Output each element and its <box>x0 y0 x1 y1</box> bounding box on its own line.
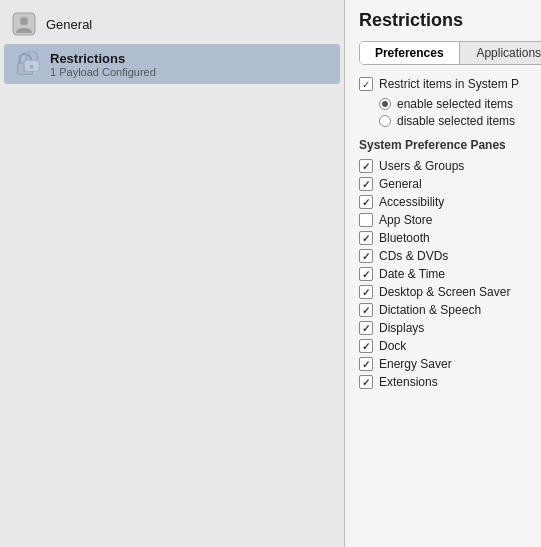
pane-checkbox[interactable] <box>359 357 373 371</box>
pane-label: CDs & DVDs <box>379 249 448 263</box>
pane-checkbox[interactable] <box>359 267 373 281</box>
pane-label: Bluetooth <box>379 231 430 245</box>
radio-group: enable selected items disable selected i… <box>379 97 527 128</box>
pane-checkbox[interactable] <box>359 303 373 317</box>
radio-disable-row: disable selected items <box>379 114 527 128</box>
pane-checkbox[interactable] <box>359 339 373 353</box>
pane-label: App Store <box>379 213 432 227</box>
panel-title: Restrictions <box>359 10 527 31</box>
tab-preferences[interactable]: Preferences <box>360 42 460 64</box>
pane-checkbox[interactable] <box>359 195 373 209</box>
restrictions-item-title: Restrictions <box>50 51 156 66</box>
pane-checkbox[interactable] <box>359 375 373 389</box>
general-icon <box>10 10 38 38</box>
pane-checkbox[interactable] <box>359 285 373 299</box>
sidebar-item-general[interactable]: General <box>0 4 344 44</box>
pane-label: Dock <box>379 339 406 353</box>
pane-label: Desktop & Screen Saver <box>379 285 510 299</box>
radio-enable[interactable] <box>379 98 391 110</box>
general-item-text: General <box>46 17 92 32</box>
restrictions-icon <box>14 50 42 78</box>
pane-checkbox[interactable] <box>359 321 373 335</box>
pane-checkbox[interactable] <box>359 177 373 191</box>
pane-item: Dictation & Speech <box>359 301 527 319</box>
tab-applications[interactable]: Applications <box>460 42 542 64</box>
pane-checkbox[interactable] <box>359 159 373 173</box>
pane-item: App Store <box>359 211 527 229</box>
restrictions-item-subtitle: 1 Payload Configured <box>50 66 156 78</box>
svg-point-1 <box>20 17 28 25</box>
pane-item: Displays <box>359 319 527 337</box>
radio-enable-row: enable selected items <box>379 97 527 111</box>
pane-list: Users & GroupsGeneralAccessibilityApp St… <box>359 157 527 391</box>
pane-label: Displays <box>379 321 424 335</box>
pane-item: Bluetooth <box>359 229 527 247</box>
radio-disable[interactable] <box>379 115 391 127</box>
svg-rect-5 <box>30 65 34 69</box>
restrictions-item-text: Restrictions 1 Payload Configured <box>50 51 156 78</box>
radio-disable-label: disable selected items <box>397 114 515 128</box>
pane-item: Accessibility <box>359 193 527 211</box>
pane-item: Extensions <box>359 373 527 391</box>
pane-item: Dock <box>359 337 527 355</box>
restrict-items-row: ✓ Restrict items in System P <box>359 77 527 91</box>
restrict-items-checkbox[interactable]: ✓ <box>359 77 373 91</box>
restrict-items-label: Restrict items in System P <box>379 77 519 91</box>
pane-item: CDs & DVDs <box>359 247 527 265</box>
pane-checkbox[interactable] <box>359 231 373 245</box>
pane-item: Energy Saver <box>359 355 527 373</box>
pane-checkbox[interactable] <box>359 249 373 263</box>
pane-item: Users & Groups <box>359 157 527 175</box>
pane-label: General <box>379 177 422 191</box>
sidebar: General Restrictions 1 Payload Configure… <box>0 0 345 547</box>
pane-item: Date & Time <box>359 265 527 283</box>
radio-enable-label: enable selected items <box>397 97 513 111</box>
general-item-title: General <box>46 17 92 32</box>
pane-label: Dictation & Speech <box>379 303 481 317</box>
section-header: System Preference Panes <box>359 138 527 152</box>
pane-item: Desktop & Screen Saver <box>359 283 527 301</box>
pane-label: Extensions <box>379 375 438 389</box>
pane-label: Energy Saver <box>379 357 452 371</box>
tab-bar: Preferences Applications <box>359 41 541 65</box>
main-panel: Restrictions Preferences Applications ✓ … <box>345 0 541 547</box>
pane-label: Date & Time <box>379 267 445 281</box>
pane-item: General <box>359 175 527 193</box>
pane-checkbox[interactable] <box>359 213 373 227</box>
pane-label: Accessibility <box>379 195 444 209</box>
sidebar-item-restrictions[interactable]: Restrictions 1 Payload Configured <box>4 44 340 84</box>
pane-label: Users & Groups <box>379 159 464 173</box>
